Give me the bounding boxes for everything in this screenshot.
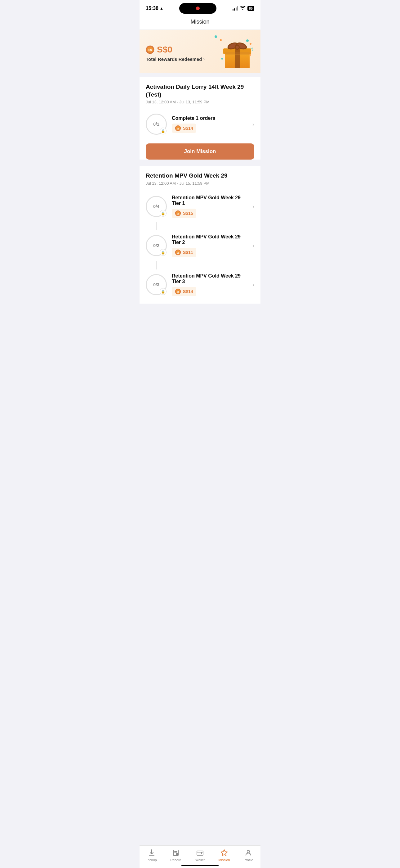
content-area: Activation Daily Lorry 14ft Week 29 (Tes… [139,77,261,332]
rewards-chevron-icon: › [203,57,205,61]
wallet-icon [196,849,204,857]
page-header: Mission [139,16,261,30]
svg-text:S$: S$ [177,252,179,254]
coin-icon-small-2-1: S$ [175,210,181,216]
task-chevron-icon-1-1: › [253,121,254,128]
coin-icon-small-2-2: S$ [175,249,181,255]
svg-point-16 [246,39,249,42]
mission-card-2: Retention MPV Gold Week 29 Jul 13, 12:00… [139,166,261,304]
task-info-1-1: Complete 1 orders S$ S$14 [172,116,247,133]
svg-text:S$: S$ [148,49,152,52]
progress-text-2-1: 0/4 [153,204,159,209]
signal-strength-icon [233,6,238,10]
task-name-2-1: Retention MPV Gold Week 29 Tier 1 [172,195,247,206]
progress-circle-2-2: 0/2 🔒 [146,235,167,256]
dynamic-island [179,3,216,14]
task-name-2-3: Retention MPV Gold Week 29 Tier 3 [172,273,247,284]
reward-badge-2-3: S$ S$14 [172,287,196,296]
record-icon [172,849,180,857]
task-info-2-1: Retention MPV Gold Week 29 Tier 1 S$ S$1… [172,195,247,218]
svg-text:S$: S$ [177,128,179,130]
mission-card-1: Activation Daily Lorry 14ft Week 29 (Tes… [139,77,261,160]
nav-item-mission[interactable]: Mission [212,849,236,862]
task-chevron-icon-2-2: › [253,243,254,249]
status-bar: 15:38 ▲ 85 [139,0,261,16]
nav-label-pickup: Pickup [146,858,157,862]
svg-rect-35 [176,854,178,855]
svg-text:S$: S$ [177,213,179,215]
progress-text-2-3: 0/3 [153,282,159,287]
task-chevron-icon-2-3: › [253,282,254,288]
reward-badge-2-2: S$ S$11 [172,248,196,257]
nav-item-wallet[interactable]: Wallet [188,849,212,862]
mission-2-date: Jul 13, 12:00 AM - Jul 15, 11:59 PM [146,181,254,186]
svg-rect-15 [225,52,249,55]
svg-point-38 [247,850,249,853]
task-row-2-3[interactable]: 0/3 🔒 Retention MPV Gold Week 29 Tier 3 … [146,270,254,304]
join-mission-button-1[interactable]: Join Mission [146,144,254,160]
location-icon: ▲ [160,6,163,10]
mission-icon [220,849,228,857]
svg-point-17 [249,43,252,45]
connector-line-2 [156,261,157,270]
reward-amount-2-2: S$11 [183,250,193,255]
task-row-2-2[interactable]: 0/2 🔒 Retention MPV Gold Week 29 Tier 2 … [146,230,254,261]
status-icons: 85 [233,6,254,11]
coin-icon-small: S$ [175,125,181,131]
profile-icon [244,849,253,857]
reward-badge-2-1: S$ S$15 [172,209,196,218]
wifi-icon [240,6,245,11]
task-chevron-icon-2-1: › [253,203,254,210]
svg-point-37 [201,853,202,854]
page-title: Mission [190,19,209,25]
home-indicator [181,865,219,866]
time-display: 15:38 ▲ [146,6,163,11]
nav-label-profile: Profile [243,858,253,862]
rewards-label[interactable]: Total Rewards Redeemed › [146,57,205,62]
reward-amount-2-3: S$14 [183,289,193,294]
svg-rect-18 [221,58,223,60]
nav-item-pickup[interactable]: Pickup [139,849,164,862]
rewards-amount-row: S$ S$0 [146,45,205,55]
nav-item-profile[interactable]: Profile [236,849,261,862]
connector-line-1 [156,222,157,230]
task-row-2-1[interactable]: 0/4 🔒 Retention MPV Gold Week 29 Tier 1 … [146,191,254,222]
rewards-value: S$0 [157,45,172,55]
recording-indicator [196,6,200,10]
progress-text-2-2: 0/2 [153,243,159,248]
lock-icon-2-2: 🔒 [160,249,167,256]
rewards-info: S$ S$0 Total Rewards Redeemed › [146,45,205,62]
mission-2-title: Retention MPV Gold Week 29 [146,172,254,180]
task-row-1-1[interactable]: 0/1 🔒 Complete 1 orders S$ S$14 › [146,110,254,138]
coin-icon-small-2-3: S$ [175,288,181,294]
pickup-icon [147,849,156,857]
nav-label-mission: Mission [218,858,230,862]
nav-item-record[interactable]: Record [164,849,188,862]
task-name-2-2: Retention MPV Gold Week 29 Tier 2 [172,234,247,245]
progress-circle-2-3: 0/3 🔒 [146,274,167,295]
mission-1-title: Activation Daily Lorry 14ft Week 29 (Tes… [146,83,254,98]
svg-text:S$: S$ [177,291,179,293]
lock-icon-2-1: 🔒 [160,210,167,217]
task-info-2-3: Retention MPV Gold Week 29 Tier 3 S$ S$1… [172,273,247,296]
gift-box-illustration [220,36,254,70]
nav-label-wallet: Wallet [195,858,205,862]
nav-label-record: Record [170,858,181,862]
lock-icon-1-1: 🔒 [160,128,167,134]
task-info-2-2: Retention MPV Gold Week 29 Tier 2 S$ S$1… [172,234,247,257]
mission-1-date: Jul 13, 12:00 AM - Jul 13, 11:59 PM [146,100,254,104]
coin-icon: S$ [146,45,155,54]
task-name-1-1: Complete 1 orders [172,116,247,121]
reward-amount-1-1: S$14 [183,126,193,131]
battery-icon: 85 [247,6,254,11]
progress-circle-2-1: 0/4 🔒 [146,196,167,217]
progress-text-1-1: 0/1 [153,122,159,127]
svg-point-14 [236,45,239,49]
rewards-banner[interactable]: S$ S$0 Total Rewards Redeemed › [139,30,261,73]
reward-badge-1-1: S$ S$14 [172,124,196,133]
lock-icon-2-3: 🔒 [160,288,167,295]
reward-amount-2-1: S$15 [183,211,193,216]
progress-circle-1-1: 0/1 🔒 [146,114,167,135]
